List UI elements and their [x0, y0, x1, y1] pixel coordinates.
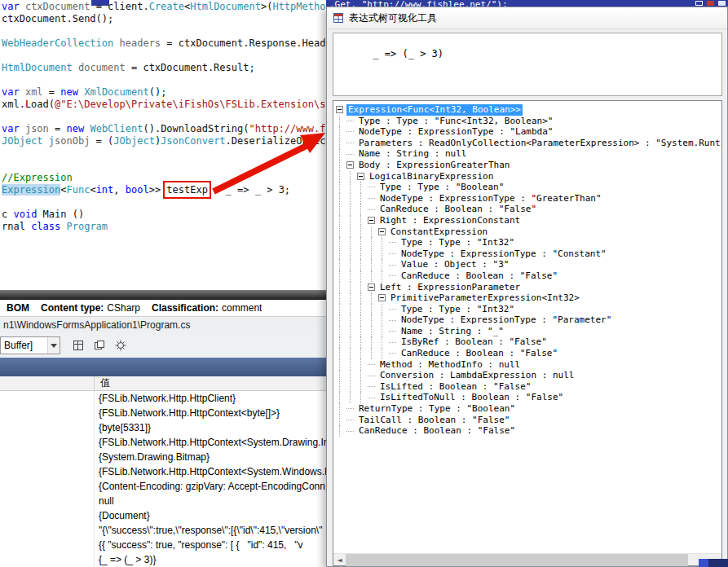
- tree-node[interactable]: Value : Object : "3": [336, 259, 721, 270]
- tree-node-label[interactable]: TailCall : Boolean : "False": [357, 415, 511, 426]
- tree-node-label[interactable]: Conversion : LambdaExpression : null: [378, 370, 576, 381]
- tree-node-label[interactable]: IsLiftedToNull : Boolean : "False": [378, 392, 565, 403]
- tree-node-label[interactable]: PrimitiveParameterExpression<Int32>: [389, 292, 581, 304]
- tree-node-label[interactable]: IsByRef : Boolean : "False": [399, 336, 549, 348]
- titlebar-icon-1[interactable]: [695, 1, 703, 6]
- tree-node[interactable]: Expression<Func<Int32, Boolean>>: [336, 104, 721, 116]
- tree-node[interactable]: Type : Type : "Func<Int32, Boolean>": [336, 116, 721, 127]
- watch-row[interactable]: {FSLib.Network.Http.HttpClient}: [0, 391, 326, 406]
- tree-node[interactable]: Method : MethodInfo : null: [336, 359, 721, 371]
- tree-node-label[interactable]: Name : String : "_": [399, 326, 505, 337]
- watch-row[interactable]: {FSLib.Network.Http.HttpContext<System.D…: [0, 435, 326, 450]
- tree-node[interactable]: NodeType : ExpressionType : "Parameter": [336, 314, 721, 326]
- expression-treeview[interactable]: Expression<Func<Int32, Boolean>>Type : T…: [333, 100, 722, 566]
- tree-node-label[interactable]: ReturnType : Type : "Boolean": [357, 403, 517, 415]
- code-token: .DeserializeObject: [226, 135, 326, 147]
- tree-node-label[interactable]: CanReduce : Boolean : "False": [399, 348, 559, 359]
- grid-icon[interactable]: [68, 336, 88, 354]
- tree-node[interactable]: NodeType : ExpressionType : "GreaterThan…: [336, 193, 721, 204]
- scrollbar-thumb[interactable]: [346, 554, 688, 566]
- titlebar-icon-3[interactable]: [718, 1, 726, 6]
- watch-row[interactable]: {System.Drawing.Bitmap}: [0, 450, 326, 464]
- tree-node[interactable]: TailCall : Boolean : "False": [336, 415, 721, 426]
- tree-node[interactable]: Parameters : ReadOnlyCollection<Paramete…: [336, 138, 721, 149]
- windows-icon[interactable]: [90, 336, 109, 354]
- tree-node-label[interactable]: ConstantExpression: [389, 226, 489, 238]
- watch-row[interactable]: "{\"success\":true,\"response\":[{\"id\"…: [0, 523, 326, 538]
- collapse-icon[interactable]: [336, 106, 343, 113]
- tree-node-label[interactable]: CanReduce : Boolean : "False": [357, 425, 517, 437]
- column-divider[interactable]: [94, 391, 95, 567]
- tree-node-label[interactable]: NodeType : ExpressionType : "GreaterThan…: [378, 193, 603, 204]
- watch-row[interactable]: {{ "success": true, "response": [ { "id"…: [0, 538, 326, 552]
- tree-node[interactable]: CanReduce : Boolean : "False": [336, 425, 721, 437]
- collapse-icon[interactable]: [357, 173, 364, 180]
- gear-icon[interactable]: [111, 336, 130, 354]
- tree-node-label[interactable]: Left : ExpressionParameter: [378, 282, 522, 293]
- tree-node[interactable]: IsLiftedToNull : Boolean : "False": [336, 392, 721, 403]
- watch-row[interactable]: {FSLib.Network.Http.HttpContext<byte[]>}: [0, 406, 326, 420]
- tree-node-label[interactable]: Name : String : null: [357, 148, 468, 160]
- tree-node[interactable]: Name : String : "_": [336, 326, 721, 337]
- tree-node-label[interactable]: Parameters : ReadOnlyCollection<Paramete…: [357, 138, 721, 149]
- scroll-left-icon[interactable]: ◄: [333, 554, 346, 566]
- tree-node-label[interactable]: Type : Type : "Int32": [399, 304, 516, 315]
- collapse-icon[interactable]: [346, 161, 354, 169]
- tree-node[interactable]: ReturnType : Type : "Boolean": [336, 403, 721, 415]
- tree-node-label[interactable]: NodeType : ExpressionType : "Lambda": [357, 126, 554, 138]
- tree-node[interactable]: Type : Type : "Boolean": [336, 182, 721, 193]
- watch-row[interactable]: {_ => (_ > 3)}: [0, 552, 326, 567]
- tree-node-label[interactable]: NodeType : ExpressionType : "Constant": [399, 248, 608, 260]
- tree-node[interactable]: IsByRef : Boolean : "False": [336, 336, 721, 348]
- watch-row[interactable]: {Content-Encoding: gzipVary: Accept-Enco…: [0, 479, 326, 494]
- watch-row[interactable]: null: [0, 494, 326, 508]
- tree-node-label[interactable]: CanReduce : Boolean : "False": [399, 270, 559, 282]
- collapse-icon[interactable]: [378, 294, 386, 301]
- horizontal-splitter[interactable]: [0, 290, 326, 300]
- watch-row[interactable]: {FSLib.Network.Http.HttpContext<System.W…: [0, 464, 326, 479]
- window-titlebar[interactable]: 表达式树可视化工具: [327, 7, 727, 29]
- tree-node[interactable]: LogicalBinaryExpression: [336, 171, 721, 182]
- tree-node[interactable]: NodeType : ExpressionType : "Constant": [336, 248, 721, 260]
- collapse-icon[interactable]: [368, 217, 375, 224]
- tree-node-label[interactable]: IsLifted : Boolean : "False": [378, 381, 532, 393]
- tree-node[interactable]: Type : Type : "Int32": [336, 304, 721, 315]
- chevron-down-icon[interactable]: [47, 337, 60, 354]
- tree-node[interactable]: ConstantExpression: [336, 226, 721, 238]
- tree-node[interactable]: Right : ExpressionConstant: [336, 215, 721, 226]
- tree-node-label[interactable]: Expression<Func<Int32, Boolean>>: [346, 104, 523, 116]
- tree-node[interactable]: Name : String : null: [336, 148, 721, 160]
- tree-node-label[interactable]: Method : MethodInfo : null: [378, 359, 522, 371]
- watch-grid[interactable]: {FSLib.Network.Http.HttpClient}{FSLib.Ne…: [0, 391, 326, 567]
- tree-node-label[interactable]: Right : ExpressionConstant: [378, 215, 522, 226]
- horizontal-scrollbar[interactable]: ◄ ►: [333, 553, 721, 565]
- tree-node[interactable]: Body : ExpressionGreaterThan: [336, 160, 721, 171]
- watch-row[interactable]: {byte[5331]}: [0, 420, 326, 435]
- tree-node[interactable]: CanReduce : Boolean : "False": [336, 270, 721, 282]
- tree-node[interactable]: CanReduce : Boolean : "False": [336, 348, 721, 359]
- tree-node-label[interactable]: LogicalBinaryExpression: [368, 171, 495, 182]
- watch-row[interactable]: {Document}: [0, 508, 326, 523]
- tree-node-label[interactable]: Value : Object : "3": [399, 259, 510, 270]
- value-column-header[interactable]: 值: [94, 376, 326, 390]
- indent-guide: [339, 126, 350, 138]
- collapse-icon[interactable]: [378, 228, 386, 235]
- tree-node-label[interactable]: Body : ExpressionGreaterThan: [357, 160, 511, 171]
- buffer-dropdown[interactable]: Buffer]: [0, 336, 60, 354]
- tree-node[interactable]: PrimitiveParameterExpression<Int32>: [336, 292, 721, 304]
- titlebar-icon-2[interactable]: [707, 1, 714, 6]
- tree-node-label[interactable]: Type : Type : "Int32": [399, 237, 516, 248]
- tree-node[interactable]: NodeType : ExpressionType : "Lambda": [336, 126, 721, 138]
- collapse-icon[interactable]: [368, 284, 375, 291]
- lambda-textbox[interactable]: _ => (_ > 3): [333, 33, 722, 96]
- tree-node-label[interactable]: CanReduce : Boolean : "False": [378, 204, 538, 215]
- tree-node-label[interactable]: NodeType : ExpressionType : "Parameter": [399, 314, 613, 326]
- tree-node[interactable]: CanReduce : Boolean : "False": [336, 204, 721, 215]
- tree-node-label[interactable]: Type : Type : "Func<Int32, Boolean>": [357, 116, 554, 127]
- tree-node[interactable]: IsLifted : Boolean : "False": [336, 381, 721, 393]
- tree-node[interactable]: Left : ExpressionParameter: [336, 282, 721, 293]
- tree-node[interactable]: Conversion : LambdaExpression : null: [336, 370, 721, 381]
- code-editor[interactable]: var ctxDocument = client.Create<HtmlDocu…: [0, 0, 326, 290]
- tree-node[interactable]: Type : Type : "Int32": [336, 237, 721, 248]
- tree-node-label[interactable]: Type : Type : "Boolean": [378, 182, 505, 193]
